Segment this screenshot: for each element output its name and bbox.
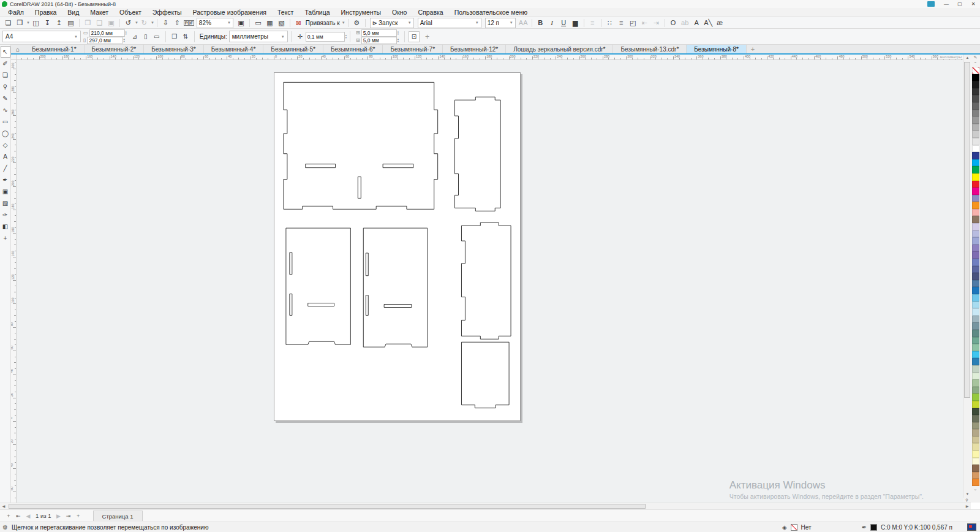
polygon-tool[interactable]: ◇ <box>1 139 10 151</box>
display-icon[interactable] <box>967 523 976 531</box>
text-tool[interactable]: A <box>1 151 10 162</box>
menu-item[interactable]: Правка <box>29 8 62 17</box>
interactive-fill-tool[interactable]: ◧ <box>1 221 10 232</box>
character-formatting-icon[interactable]: A <box>692 18 702 28</box>
color-swatch[interactable] <box>972 337 979 344</box>
rectangle-tool[interactable]: ▭ <box>1 116 10 127</box>
menu-item[interactable]: Окно <box>386 8 412 17</box>
color-swatch[interactable] <box>972 358 979 365</box>
add-page-button[interactable]: + <box>4 513 13 519</box>
user-badge-icon[interactable] <box>927 1 935 7</box>
frame-tool[interactable]: ▣ <box>1 186 10 197</box>
add-page-button-2[interactable]: + <box>74 513 83 519</box>
color-swatch[interactable] <box>972 152 979 159</box>
duplicate-x-field[interactable]: 5,0 мм <box>361 29 397 37</box>
document-tab[interactable]: Лошадь зеркальный версия.cdr* <box>506 45 613 53</box>
panel-top[interactable] <box>284 82 438 209</box>
previous-page-icon[interactable]: ◀ <box>23 513 33 519</box>
color-swatch[interactable] <box>972 373 979 380</box>
color-swatch[interactable] <box>972 245 979 252</box>
document-tab[interactable]: Безымянный-4* <box>204 45 264 53</box>
copy-icon[interactable]: ❑ <box>94 18 105 28</box>
color-swatch[interactable] <box>972 436 979 444</box>
width-spinner[interactable]: ▴▾ <box>126 31 127 36</box>
color-swatch[interactable] <box>972 188 979 195</box>
maximize-button[interactable]: ▢ <box>953 0 967 8</box>
transparency-tool[interactable]: ▨ <box>1 197 10 209</box>
snap-off-icon[interactable]: ⊠ <box>293 18 304 28</box>
color-swatch[interactable] <box>972 173 979 181</box>
color-swatch[interactable] <box>972 116 979 124</box>
all-pages-button[interactable]: ❐ <box>170 32 179 42</box>
shape-tool[interactable]: ✐ <box>1 58 10 69</box>
color-swatch[interactable] <box>972 124 979 131</box>
color-swatch[interactable] <box>972 273 979 280</box>
redo-icon[interactable]: ↻ <box>139 18 149 28</box>
color-swatch[interactable] <box>972 379 979 387</box>
undo-icon[interactable]: ↺ <box>123 18 134 28</box>
color-swatch[interactable] <box>972 344 979 351</box>
text-properties-icon[interactable]: A╲ <box>703 18 714 28</box>
menu-item[interactable]: Макет <box>85 8 114 17</box>
print-icon[interactable]: ▤ <box>66 18 76 28</box>
color-swatch[interactable] <box>972 479 979 486</box>
drop-cap-icon[interactable]: ◰ <box>628 18 638 28</box>
color-swatch[interactable] <box>972 387 979 394</box>
color-swatch[interactable] <box>972 138 979 145</box>
italic-icon[interactable]: I <box>547 18 557 28</box>
show-grid-icon[interactable]: ▦ <box>265 18 275 28</box>
color-swatch[interactable] <box>972 287 979 294</box>
document-tab[interactable]: Безымянный-5* <box>263 45 323 53</box>
zoom-level-select[interactable]: 82%▼ <box>197 18 233 28</box>
vertical-scrollbar[interactable]: ▲ ▼ <box>963 55 971 498</box>
show-rulers-icon[interactable]: ▭ <box>253 18 263 28</box>
export-file-icon[interactable]: ⇧ <box>172 18 183 28</box>
panel-middle-left[interactable] <box>286 228 350 344</box>
document-tab[interactable]: Безымянный-7* <box>383 45 443 53</box>
document-tab[interactable]: Безымянный-6* <box>323 45 383 53</box>
color-swatch[interactable] <box>972 223 979 230</box>
decrease-indent-icon[interactable]: ⇤ <box>639 18 650 28</box>
menu-item[interactable]: Таблица <box>299 8 335 17</box>
panel-bottom-right[interactable] <box>461 342 509 408</box>
connector-tool[interactable]: ✒ <box>1 174 10 186</box>
color-swatch[interactable] <box>972 443 979 450</box>
color-swatch[interactable] <box>972 181 979 188</box>
menu-item[interactable]: Пользовательское меню <box>449 8 533 17</box>
menu-item[interactable]: Объект <box>114 8 147 17</box>
document-page[interactable] <box>274 72 521 421</box>
color-swatch[interactable] <box>972 216 979 223</box>
color-swatch[interactable] <box>972 365 979 373</box>
full-screen-preview-icon[interactable]: ▣ <box>236 18 246 28</box>
horizontal-scroll-thumb[interactable] <box>9 504 646 509</box>
options-gear-icon[interactable]: ⚙ <box>352 18 362 28</box>
page-height-field[interactable]: 297,0 мм <box>87 37 123 44</box>
home-tab-icon[interactable]: ⌂ <box>11 45 24 53</box>
font-size-select[interactable]: 12 п▼ <box>485 18 516 28</box>
side-panel-right-top[interactable] <box>455 97 501 211</box>
page-width-field[interactable]: 210,0 мм <box>89 29 125 37</box>
show-guidelines-icon[interactable]: ▧ <box>276 18 287 28</box>
font-family-select[interactable]: Arial▼ <box>418 18 481 28</box>
color-swatch[interactable] <box>972 195 979 202</box>
bold-icon[interactable]: B <box>535 18 546 28</box>
edit-all-caps-icon[interactable]: AA <box>518 18 529 28</box>
menu-item[interactable]: Инструменты <box>336 8 386 17</box>
color-swatch[interactable] <box>972 202 979 209</box>
units-select[interactable]: миллиметры▼ <box>229 31 288 42</box>
color-swatch[interactable] <box>972 88 979 96</box>
color-swatch[interactable] <box>972 110 979 117</box>
duplicate-icon[interactable]: ▣ <box>106 18 116 28</box>
snap-to-dropdown[interactable]: Привязать к▼ <box>304 20 345 26</box>
color-swatch[interactable] <box>972 102 979 110</box>
color-swatch[interactable] <box>972 209 979 216</box>
color-swatch[interactable] <box>972 294 979 302</box>
launch-select[interactable]: ⊳Запуск▼ <box>370 18 414 28</box>
color-swatch[interactable] <box>972 472 979 479</box>
next-page-icon[interactable]: ▶ <box>54 513 64 519</box>
menu-item[interactable]: Справка <box>412 8 448 17</box>
menu-item[interactable]: Файл <box>2 8 29 17</box>
color-swatch[interactable] <box>972 251 979 259</box>
save-document-icon[interactable]: ◫ <box>31 18 41 28</box>
color-swatch[interactable] <box>972 280 979 287</box>
